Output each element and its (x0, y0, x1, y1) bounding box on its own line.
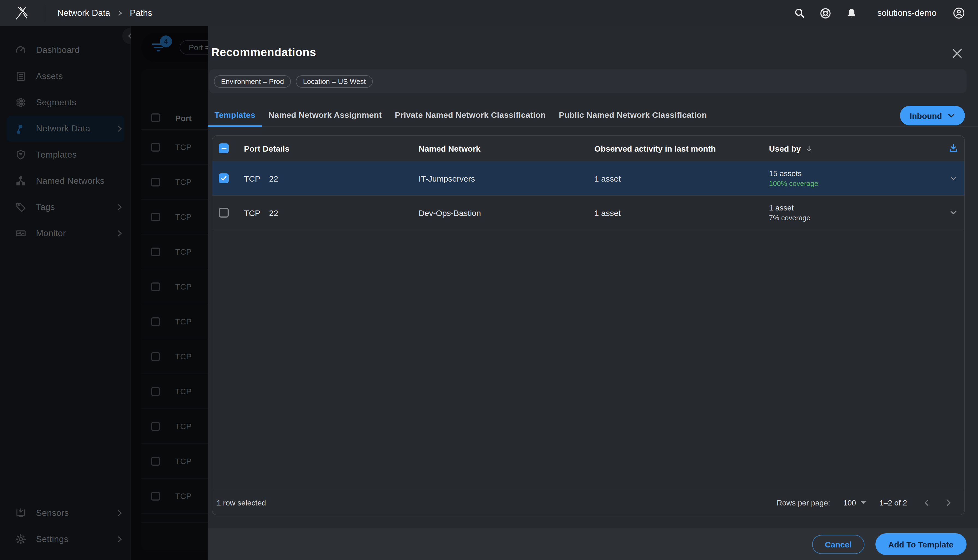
modal-title: Recommendations (211, 46, 316, 59)
tab-private-named-network-classification[interactable]: Private Named Network Classification (388, 103, 552, 127)
search-button[interactable] (790, 4, 809, 22)
expand-row-chevron-icon[interactable] (949, 208, 958, 217)
recommendations-table-header: Port Details Named Network Observed acti… (212, 136, 965, 162)
sort-descending-icon (805, 144, 813, 152)
rows-per-page-select[interactable]: 100 (843, 498, 866, 507)
protocol: TCP (244, 208, 260, 217)
observed-activity-value: 1 asset (592, 174, 766, 183)
username[interactable]: solutions-demo (877, 8, 936, 18)
indeterminate-icon (221, 145, 227, 151)
select-caret-icon (861, 501, 866, 504)
protocol: TCP (244, 174, 260, 183)
modal-action-bar: Cancel Add To Template (208, 528, 978, 560)
used-by-label: Used by (769, 144, 801, 153)
modal-tabs: Templates Named Network Assignment Priva… (208, 103, 978, 127)
breadcrumb-section[interactable]: Network Data (57, 8, 110, 18)
rows-per-page-value: 100 (843, 498, 856, 507)
tab-public-named-network-classification[interactable]: Public Named Network Classification (552, 103, 714, 127)
search-icon (794, 8, 805, 18)
chevron-right-icon (944, 498, 953, 507)
breadcrumb: Network Data Paths (57, 8, 152, 18)
column-port-details[interactable]: Port Details (241, 144, 416, 153)
pagination-range: 1–2 of 2 (879, 498, 907, 507)
topbar-divider (43, 6, 44, 20)
chevron-down-icon (948, 112, 955, 119)
breadcrumb-page: Paths (130, 8, 152, 18)
bell-icon (846, 8, 857, 18)
filter-chip-location[interactable]: Location = US West (296, 75, 373, 88)
logo-icon (13, 5, 30, 21)
notifications-button[interactable] (843, 4, 861, 22)
modal-filter-strip: Environment = Prod Location = US West (209, 69, 966, 93)
named-network-value: IT-Jumpservers (416, 174, 592, 183)
close-icon (952, 48, 963, 59)
help-lifebuoy-icon (820, 7, 831, 19)
coverage-value: 7% coverage (769, 214, 941, 222)
coverage-value: 100% coverage (769, 179, 941, 188)
recommendation-row-dev-ops-bastion[interactable]: TCP 22 Dev-Ops-Bastion 1 asset 1 asset 7… (212, 196, 965, 230)
recommendation-row-it-jumpservers[interactable]: TCP 22 IT-Jumpservers 1 asset 15 assets … (212, 162, 965, 196)
used-by-value: 15 assets (769, 169, 941, 178)
filter-chip-environment[interactable]: Environment = Prod (214, 75, 291, 88)
pagination-nav (920, 496, 955, 509)
chevron-left-icon (922, 498, 931, 507)
port-number: 22 (269, 208, 278, 217)
row-checkbox-unchecked[interactable] (219, 208, 229, 218)
direction-dropdown-button[interactable]: Inbound (900, 106, 965, 125)
recommendations-modal: Recommendations Environment = Prod Locat… (208, 26, 978, 560)
breadcrumb-chevron-icon (117, 10, 123, 17)
check-icon (221, 175, 227, 182)
cancel-button[interactable]: Cancel (812, 535, 864, 554)
expand-row-chevron-icon[interactable] (949, 174, 958, 183)
app-logo[interactable] (0, 5, 43, 21)
selection-count: 1 row selected (217, 498, 266, 507)
tab-named-network-assignment[interactable]: Named Network Assignment (262, 103, 388, 127)
port-number: 22 (269, 174, 278, 183)
app-root: Network Data Paths solutio (0, 0, 978, 560)
topbar-right: solutions-demo (790, 4, 978, 22)
download-icon[interactable] (948, 143, 958, 153)
observed-activity-value: 1 asset (592, 208, 766, 217)
table-footer: 1 row selected Rows per page: 100 1–2 of… (212, 490, 965, 515)
modal-close-button[interactable] (951, 47, 964, 60)
previous-page-button[interactable] (920, 496, 933, 509)
topbar: Network Data Paths solutio (0, 0, 978, 26)
used-by-value: 1 asset (769, 203, 941, 212)
recommendations-table: Port Details Named Network Observed acti… (212, 135, 965, 515)
column-used-by[interactable]: Used by (766, 144, 941, 153)
add-to-template-button[interactable]: Add To Template (875, 533, 966, 555)
select-all-checkbox-indeterminate[interactable] (219, 143, 229, 153)
next-page-button[interactable] (942, 496, 955, 509)
column-observed-activity[interactable]: Observed activity in last month (592, 144, 766, 153)
direction-label: Inbound (910, 111, 942, 120)
account-button[interactable] (950, 4, 968, 22)
help-button[interactable] (816, 4, 835, 22)
pagination-controls: Rows per page: 100 1–2 of 2 (777, 496, 955, 509)
row-checkbox-checked[interactable] (219, 173, 229, 183)
tab-templates[interactable]: Templates (208, 103, 262, 127)
account-circle-icon (952, 7, 965, 20)
named-network-value: Dev-Ops-Bastion (416, 208, 592, 217)
column-named-network[interactable]: Named Network (416, 144, 592, 153)
rows-per-page-label: Rows per page: (777, 498, 830, 507)
